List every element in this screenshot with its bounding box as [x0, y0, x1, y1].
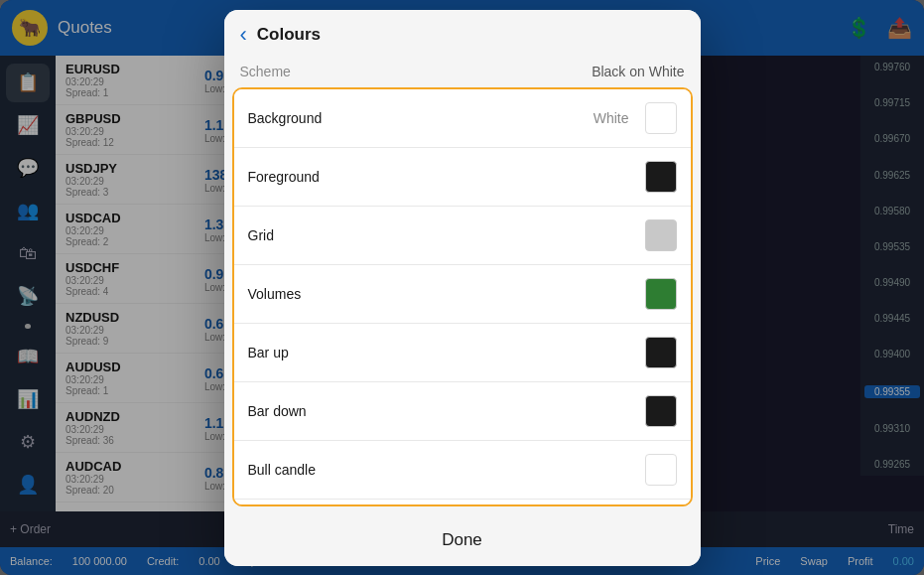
color-scheme-modal: ‹ Colours Scheme Black on White Backgrou… [224, 10, 701, 566]
modal-title: Colours [257, 25, 321, 45]
color-row-label: Foreground [248, 169, 320, 185]
modal-footer: Done [224, 514, 701, 566]
color-row[interactable]: Background White [234, 89, 691, 148]
color-row[interactable]: Foreground [234, 148, 691, 207]
color-row-right [645, 454, 677, 486]
color-row-label: Bar up [248, 345, 289, 360]
color-row[interactable]: Bull candle [234, 441, 691, 500]
color-row[interactable]: Bear candle [234, 500, 691, 506]
color-row-right [645, 161, 677, 193]
modal-overlay: ‹ Colours Scheme Black on White Backgrou… [0, 0, 924, 575]
color-row[interactable]: Grid [234, 207, 691, 265]
color-swatch[interactable] [645, 161, 677, 193]
color-row-label: Bar down [248, 403, 307, 419]
color-swatch[interactable] [645, 278, 677, 310]
modal-header: ‹ Colours [224, 10, 701, 56]
modal-back-button[interactable]: ‹ [240, 24, 247, 46]
color-swatch[interactable] [645, 102, 677, 134]
color-swatch[interactable] [645, 454, 677, 486]
scheme-row: Scheme Black on White [224, 56, 701, 87]
color-row[interactable]: Volumes [234, 265, 691, 324]
color-row-right [645, 278, 677, 310]
color-row-label: Volumes [248, 286, 302, 302]
color-row-label: Bull candle [248, 462, 317, 478]
color-row-right: White [594, 102, 677, 134]
color-row[interactable]: Bar down [234, 382, 691, 441]
color-row-label: Grid [248, 227, 274, 243]
color-row-right [645, 219, 677, 251]
app-container: 🐂 Quotes 💲 📤 📋 📈 💬 👥 🛍 📡 📖 📊 ⚙ 👤 [0, 0, 924, 575]
color-row-right [645, 395, 677, 427]
color-row-value: White [594, 110, 629, 126]
modal-color-list[interactable]: Background White Foreground Grid Volumes… [232, 87, 693, 506]
scheme-label: Scheme [240, 64, 291, 79]
done-button[interactable]: Done [422, 526, 502, 554]
scheme-value: Black on White [592, 64, 684, 79]
color-row[interactable]: Bar up [234, 324, 691, 382]
color-swatch[interactable] [645, 337, 677, 368]
color-swatch[interactable] [645, 219, 677, 251]
color-row-right [645, 337, 677, 368]
color-row-label: Background [248, 110, 323, 126]
color-swatch[interactable] [645, 395, 677, 427]
